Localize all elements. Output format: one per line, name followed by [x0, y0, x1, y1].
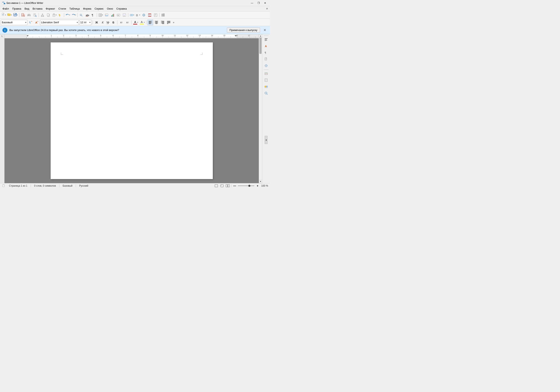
svg-line-25 — [36, 16, 37, 17]
manage-changes-sidebar-btn[interactable]: ✕ — [263, 71, 269, 77]
scroll-down-button[interactable]: ▼ — [259, 180, 262, 183]
frame-button[interactable] — [121, 12, 127, 18]
undo-button[interactable]: ▾ — [65, 12, 71, 18]
page-count-button[interactable]: 1/2 — [153, 12, 159, 18]
save-button[interactable]: ▾ — [13, 12, 18, 18]
align-justify-button[interactable] — [166, 19, 171, 25]
svg-rect-83 — [265, 39, 267, 39]
menu-form[interactable]: Форма — [81, 7, 93, 11]
strikethrough-button[interactable]: S — [110, 19, 116, 25]
zoom-thumb[interactable] — [248, 185, 250, 187]
status-sep2 — [59, 184, 60, 187]
insert-field-button[interactable]: ▾ — [129, 12, 135, 18]
save-icon — [13, 13, 17, 17]
spelling-button[interactable]: abc — [84, 12, 90, 18]
char-style-btn[interactable]: A — [34, 19, 40, 25]
menu-insert[interactable]: Вставка — [31, 7, 44, 11]
view-book-button[interactable] — [225, 184, 230, 188]
header-footer-button[interactable] — [147, 12, 152, 18]
view-web-button[interactable] — [220, 184, 224, 188]
language-info[interactable]: Русский — [79, 184, 89, 187]
search-sidebar-btn[interactable] — [263, 90, 269, 96]
image-button[interactable] — [104, 12, 110, 18]
formatting-marks-icon: ¶ — [91, 13, 95, 17]
style-info[interactable]: Базовый — [63, 184, 72, 187]
notification-close-button[interactable]: ✕ — [262, 28, 267, 33]
zoom-minus-button[interactable]: — — [233, 184, 237, 188]
release-notes-button[interactable]: Примечания к выпуску — [227, 28, 260, 33]
menu-styles[interactable]: Стили — [57, 7, 68, 11]
subscript-button[interactable]: x2 — [125, 19, 130, 25]
new-button[interactable]: ▾ — [1, 12, 7, 18]
superscript-button[interactable]: x2 — [119, 19, 124, 25]
font-color-button[interactable]: A ▾ — [132, 19, 139, 25]
restore-button[interactable]: ❐ — [256, 1, 262, 5]
style-dropdown[interactable]: Базовый ▾ — [1, 20, 27, 25]
more-formatting-button[interactable]: » — [172, 19, 175, 25]
special-char-button[interactable]: Ω ▾ — [135, 12, 141, 18]
clone-format-button[interactable] — [57, 12, 63, 18]
words-info[interactable]: 0 слов, 0 символов — [34, 184, 56, 187]
redo-button[interactable]: ▾ — [71, 12, 77, 18]
zoom-slider[interactable] — [238, 184, 254, 187]
menu-help[interactable]: Справка — [115, 7, 129, 11]
navigator-sidebar-btn[interactable] — [263, 63, 269, 69]
scroll-up-button[interactable]: ▲ — [259, 34, 262, 38]
menu-table[interactable]: Таблица — [68, 7, 81, 11]
textbox-button[interactable]: A — [116, 12, 121, 18]
sidebar-collapse-btn[interactable]: ◀ — [265, 136, 268, 144]
minimize-button[interactable]: — — [249, 1, 255, 5]
scroll-thumb[interactable] — [259, 38, 262, 54]
zoom-percent[interactable]: 100 % — [261, 184, 268, 187]
menu-tools[interactable]: Сервис — [93, 7, 105, 11]
bold-button[interactable]: Ж — [94, 19, 100, 25]
document-page[interactable] — [51, 42, 213, 179]
menu-view[interactable]: Вид — [23, 7, 31, 11]
export-pdf-button[interactable]: PDF — [20, 12, 26, 18]
paragraph-style-btn[interactable]: ¶ — [28, 19, 33, 25]
highlight-color-button[interactable]: A ▾ — [139, 19, 145, 25]
align-left-button[interactable] — [148, 19, 153, 25]
close-button[interactable]: ✕ — [262, 1, 268, 5]
open-button[interactable]: ▾ — [7, 12, 12, 18]
more-toolbar-button[interactable] — [160, 12, 166, 18]
menu-window[interactable]: Окно — [105, 7, 115, 11]
gallery-sidebar-btn[interactable] — [263, 84, 269, 90]
svg-rect-111 — [215, 185, 218, 187]
underline-button[interactable]: Ч ▾ — [106, 19, 110, 25]
print-button[interactable] — [26, 12, 32, 18]
formatting-marks-button[interactable]: ¶ — [90, 12, 96, 18]
fontsize-dropdown[interactable]: 12 пт ▾ — [79, 20, 91, 25]
paste-button[interactable]: ▾ — [51, 12, 57, 18]
zoom-plus-button[interactable]: + — [256, 184, 260, 188]
scroll-track[interactable] — [259, 38, 262, 180]
menu-bar-close[interactable]: ✕ — [265, 7, 269, 11]
paragraph-sidebar-btn[interactable]: ¶ — [263, 49, 269, 56]
align-right-button[interactable] — [160, 19, 165, 25]
page-info[interactable]: Страница 1 из 1 — [9, 184, 27, 187]
print-preview-button[interactable] — [32, 12, 38, 18]
left-indent-marker[interactable] — [27, 35, 29, 37]
font-dropdown[interactable]: Liberation Serif ▾ — [40, 20, 79, 25]
page-status-icon[interactable] — [2, 184, 6, 188]
menu-format[interactable]: Формат — [44, 7, 57, 11]
field-arrow-icon: ▾ — [133, 14, 134, 16]
scrollbar[interactable]: ▲ ▼ — [259, 34, 262, 183]
styles-sidebar-btn[interactable] — [263, 37, 269, 43]
view-normal-button[interactable] — [214, 184, 219, 188]
document-area[interactable] — [4, 38, 259, 183]
cut-button[interactable] — [40, 12, 45, 18]
hyperlink-button[interactable] — [141, 12, 147, 18]
character-sidebar-btn[interactable]: A — [263, 43, 269, 49]
menu-file[interactable]: Файл — [1, 7, 11, 11]
new-arrow-icon: ▾ — [5, 14, 6, 16]
page-sidebar-btn[interactable] — [263, 56, 269, 62]
align-center-button[interactable] — [154, 19, 159, 25]
menu-edit[interactable]: Правка — [11, 7, 23, 11]
page-styles-sidebar-btn[interactable] — [263, 77, 269, 83]
chart-button[interactable] — [110, 12, 115, 18]
copy-button[interactable] — [46, 12, 51, 18]
find-replace-button[interactable]: a — [79, 12, 84, 18]
insert-table-button[interactable]: ▾ — [98, 12, 104, 18]
italic-button[interactable]: К — [100, 19, 106, 25]
